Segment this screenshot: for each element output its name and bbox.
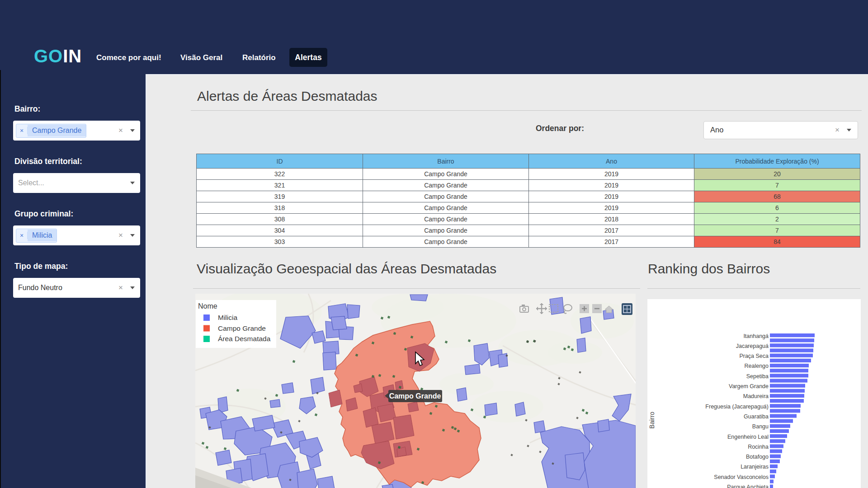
svg-text:Guaratiba: Guaratiba	[744, 413, 769, 420]
svg-text:Nome: Nome	[198, 302, 217, 310]
svg-text:Milicia: Milicia	[218, 314, 237, 321]
svg-text:Bangu: Bangu	[752, 423, 769, 430]
svg-text:Área Desmatada: Área Desmatada	[218, 335, 271, 343]
svg-text:Engenheiro Leal: Engenheiro Leal	[727, 434, 769, 440]
svg-text:Vargem Grande: Vargem Grande	[729, 383, 769, 389]
svg-text:Sepetiba: Sepetiba	[746, 373, 769, 380]
svg-text:Botafogo: Botafogo	[746, 454, 769, 460]
svg-text:Parque Anchieta: Parque Anchieta	[727, 484, 769, 488]
svg-text:Rocinha: Rocinha	[748, 444, 769, 450]
svg-text:Laranjeiras: Laranjeiras	[741, 464, 769, 470]
svg-text:Jacarepaguá: Jacarepaguá	[736, 343, 769, 349]
svg-text:Realengo: Realengo	[744, 363, 769, 369]
svg-text:Campo Grande: Campo Grande	[389, 392, 441, 400]
svg-text:Itanhangá: Itanhangá	[743, 333, 769, 339]
svg-text:Madureira: Madureira	[743, 393, 769, 399]
svg-text:Praça Seca: Praça Seca	[739, 353, 769, 359]
svg-text:Bairro: Bairro	[648, 412, 656, 429]
svg-text:Senador Vasconcelos: Senador Vasconcelos	[714, 474, 769, 480]
svg-text:Freguesia (Jacarepaguá): Freguesia (Jacarepaguá)	[705, 404, 769, 410]
svg-text:Campo Grande: Campo Grande	[218, 324, 266, 332]
